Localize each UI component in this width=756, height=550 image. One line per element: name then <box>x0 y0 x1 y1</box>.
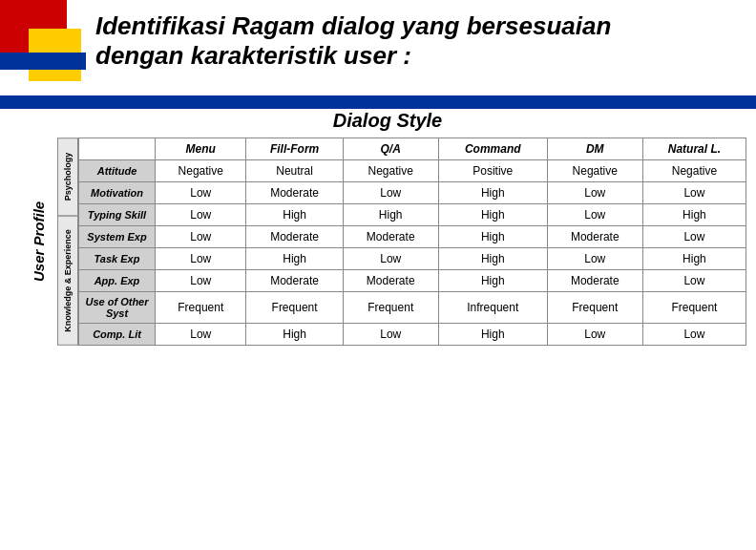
cell-5-4: Moderate <box>547 270 642 292</box>
cell-4-5: High <box>642 248 746 270</box>
cell-4-4: Low <box>547 248 642 270</box>
cell-3-2: Moderate <box>343 226 438 248</box>
cell-2-2: High <box>343 204 438 226</box>
cell-2-3: High <box>438 204 547 226</box>
cell-4-3: High <box>438 248 547 270</box>
cell-3-1: Moderate <box>246 226 343 248</box>
cell-6-1: Frequent <box>246 292 343 324</box>
row-label-app--exp: App. Exp <box>79 270 156 292</box>
section-header: Dialog Style <box>29 110 746 132</box>
user-profile-label: User Profile <box>29 138 48 346</box>
blue-divider-bar <box>0 95 756 109</box>
cell-4-1: High <box>246 248 343 270</box>
cell-5-2: Moderate <box>343 270 438 292</box>
col-header-empty <box>79 138 156 160</box>
cell-0-3: Positive <box>438 160 547 182</box>
cell-4-0: Low <box>156 248 246 270</box>
col-header-q-a: Q/A <box>343 138 438 160</box>
col-header-command: Command <box>438 138 547 160</box>
row-label-typing-skill: Typing Skill <box>79 204 156 226</box>
table-wrapper: User Profile Psychology Knowledge & Expe… <box>29 138 746 346</box>
cell-5-5: Low <box>642 270 746 292</box>
cell-7-3: High <box>438 324 547 346</box>
cell-1-3: High <box>438 182 547 204</box>
row-label-comp--lit: Comp. Lit <box>79 324 156 346</box>
cell-7-5: Low <box>642 324 746 346</box>
cell-1-4: Low <box>547 182 642 204</box>
page-title: Identifikasi Ragam dialog yang bersesuai… <box>95 11 611 71</box>
cell-7-2: Low <box>343 324 438 346</box>
row-label-use-of-other-syst: Use of Other Syst <box>79 292 156 324</box>
cell-5-3: High <box>438 270 547 292</box>
col-header-menu: Menu <box>156 138 246 160</box>
table-row: Use of Other SystFrequentFrequentFrequen… <box>79 292 746 324</box>
cell-6-4: Frequent <box>547 292 642 324</box>
cell-6-5: Frequent <box>642 292 746 324</box>
title-area: Identifikasi Ragam dialog yang bersesuai… <box>95 11 611 71</box>
cell-0-1: Neutral <box>246 160 343 182</box>
cell-6-3: Infrequent <box>438 292 547 324</box>
cell-7-0: Low <box>156 324 246 346</box>
col-header-fill-form: Fill-Form <box>246 138 343 160</box>
cell-0-4: Negative <box>547 160 642 182</box>
knowledge-label: Knowledge & Experience <box>57 216 78 346</box>
cell-2-0: Low <box>156 204 246 226</box>
cell-1-2: Low <box>343 182 438 204</box>
cell-5-0: Low <box>156 270 246 292</box>
psychology-label: Psychology <box>57 138 78 216</box>
table-row: App. ExpLowModerateModerateHighModerateL… <box>79 270 746 292</box>
cell-1-0: Low <box>156 182 246 204</box>
cell-3-0: Low <box>156 226 246 248</box>
cell-7-4: Low <box>547 324 642 346</box>
col-header-dm: DM <box>547 138 642 160</box>
left-labels: User Profile Psychology Knowledge & Expe… <box>29 138 78 346</box>
cell-6-0: Frequent <box>156 292 246 324</box>
row-label-system-exp: System Exp <box>79 226 156 248</box>
cell-3-5: Low <box>642 226 746 248</box>
row-label-motivation: Motivation <box>79 182 156 204</box>
cell-1-5: Low <box>642 182 746 204</box>
table-row: AttitudeNegativeNeutralNegativePositiveN… <box>79 160 746 182</box>
table-row: Comp. LitLowHighLowHighLowLow <box>79 324 746 346</box>
row-label-task-exp: Task Exp <box>79 248 156 270</box>
cell-4-2: Low <box>343 248 438 270</box>
title-line1: Identifikasi Ragam dialog yang bersesuai… <box>95 11 611 40</box>
cell-0-5: Negative <box>642 160 746 182</box>
sub-vert-labels: Psychology Knowledge & Experience <box>57 138 78 346</box>
col-header-natural-l-: Natural L. <box>642 138 746 160</box>
cell-7-1: High <box>246 324 343 346</box>
corner-blue-decoration <box>0 53 86 70</box>
cell-1-1: Moderate <box>246 182 343 204</box>
cell-0-0: Negative <box>156 160 246 182</box>
cell-0-2: Negative <box>343 160 438 182</box>
cell-2-5: High <box>642 204 746 226</box>
title-line2: dengan karakteristik user : <box>95 41 411 70</box>
cell-2-1: High <box>246 204 343 226</box>
table-row: Task ExpLowHighLowHighLowHigh <box>79 248 746 270</box>
cell-3-4: Moderate <box>547 226 642 248</box>
table-row: System ExpLowModerateModerateHighModerat… <box>79 226 746 248</box>
cell-6-2: Frequent <box>343 292 438 324</box>
row-label-attitude: Attitude <box>79 160 156 182</box>
main-table: MenuFill-FormQ/ACommandDMNatural L. Atti… <box>78 138 746 346</box>
cell-2-4: Low <box>547 204 642 226</box>
main-content: Dialog Style User Profile Psychology Kno… <box>29 110 746 346</box>
cell-3-3: High <box>438 226 547 248</box>
cell-5-1: Moderate <box>246 270 343 292</box>
table-row: Typing SkillLowHighHighHighLowHigh <box>79 204 746 226</box>
table-row: MotivationLowModerateLowHighLowLow <box>79 182 746 204</box>
